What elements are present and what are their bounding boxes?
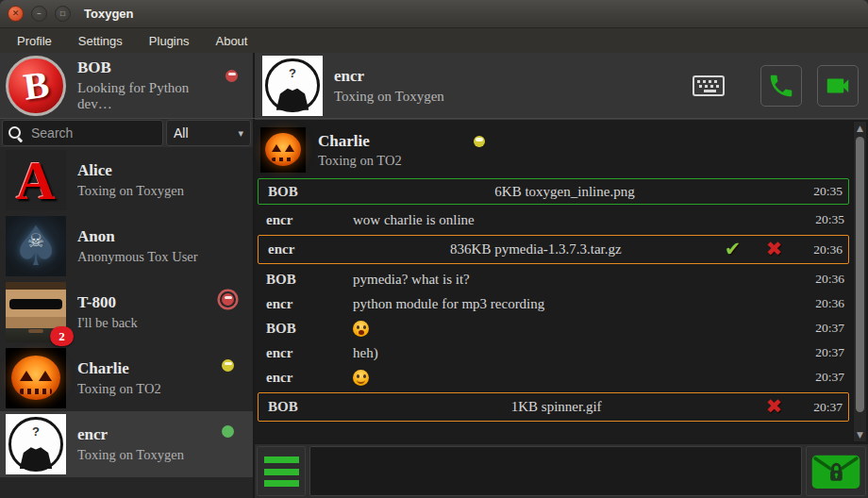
message-body: 6KB toxygen_inline.png [355, 184, 775, 200]
search-icon [8, 125, 24, 141]
contact-list: Alice Toxing on Toxygen Anon Ano [0, 147, 253, 498]
emoji-icon [353, 370, 369, 386]
peer-header-status-message: Toxing on Toxygen [334, 89, 444, 105]
message-sender: BOB [268, 184, 355, 200]
accept-file-button[interactable]: ✔ [725, 240, 742, 259]
message-text: python module for mp3 recording [353, 296, 544, 311]
contact-row[interactable]: encr Toxing on Toxygen [0, 411, 253, 477]
self-status-message: Looking for Python dev… [77, 80, 225, 112]
scrollbar-track[interactable] [854, 135, 866, 428]
message-sender: encr [266, 212, 353, 228]
message-row: encr wow charlie is online 20:35 [257, 208, 850, 232]
message-row: encr python module for mp3 recording 20:… [257, 291, 850, 316]
message-text: wow charlie is online [353, 212, 475, 227]
message-history: Charlie Toxing on TO2 BOB 6K [255, 119, 868, 443]
search-box[interactable] [2, 120, 163, 146]
keyboard-icon [693, 75, 725, 96]
cancel-file-button[interactable]: ✖ [765, 397, 782, 417]
message-sender: BOB [266, 272, 353, 288]
contact-status-message: Toxing on Toxygen [77, 447, 222, 463]
contact-status-icon [222, 425, 234, 438]
message-row: BOB pymedia? what is it? 20:36 [257, 267, 850, 291]
message-row: BOB 1KB spinner.gif ✖ 20:37 [258, 392, 849, 422]
message-row: encr 20:37 [257, 365, 850, 390]
contact-row[interactable]: Anon Anonymous Tox User [0, 213, 253, 279]
scroll-down-arrow-icon[interactable]: ▼ [854, 428, 866, 441]
message-sender: encr [266, 345, 353, 361]
message-text: 6KB toxygen_inline.png [494, 184, 634, 199]
message-body: heh) [353, 345, 776, 361]
toxygen-window: ✕ − □ Toxygen Profile Settings Plugins A… [0, 0, 868, 498]
message-sender: encr [268, 241, 355, 257]
contact-avatar [6, 348, 66, 408]
search-row: All ▾ [0, 119, 253, 147]
self-name: BOB [77, 58, 225, 77]
chat-peer-avatar [260, 127, 306, 173]
contact-filter-dropdown[interactable]: All ▾ [166, 120, 251, 146]
scroll-up-arrow-icon[interactable]: ▲ [854, 122, 866, 135]
unread-badge: 2 [50, 326, 74, 346]
chat-panel: Charlie Toxing on TO2 BOB 6K [255, 119, 868, 498]
main: All ▾ Alice Toxing on Toxygen [0, 119, 868, 498]
menubar: Profile Settings Plugins About [0, 28, 868, 53]
scrollbar-thumb[interactable] [856, 137, 864, 412]
contact-avatar: 2 [6, 282, 66, 342]
message-text: pymedia? what is it? [353, 272, 470, 287]
peer-header-avatar [262, 56, 323, 116]
audio-call-button[interactable] [760, 65, 802, 107]
hamburger-icon [264, 456, 299, 487]
message-text: 836KB pymedia-1.3.7.3.tar.gz [450, 241, 622, 257]
titlebar: ✕ − □ Toxygen [0, 0, 868, 28]
message-input[interactable] [309, 446, 802, 496]
self-avatar[interactable] [6, 56, 66, 116]
peer-header: encr Toxing on Toxygen [255, 53, 868, 118]
window-minimize-button[interactable]: − [31, 6, 47, 22]
chat-peer-item: Charlie Toxing on TO2 [257, 124, 850, 175]
contact-status-message: Toxing on TO2 [77, 381, 222, 397]
message-time: 20:37 [799, 321, 844, 336]
contact-name: Charlie [77, 359, 222, 378]
contact-name: Anon [77, 227, 247, 246]
message-sender: encr [266, 370, 353, 386]
message-text: 1KB spinner.gif [511, 399, 602, 414]
filter-value: All [174, 125, 189, 141]
message-time: 20:35 [797, 184, 843, 199]
contact-name: Alice [77, 161, 247, 180]
contact-row[interactable]: Charlie Toxing on TO2 [0, 345, 253, 411]
contact-status-message: Anonymous Tox User [77, 249, 247, 265]
message-row: BOB 20:37 [257, 316, 850, 340]
header: BOB Looking for Python dev… encr Toxing … [0, 53, 868, 119]
self-profile[interactable]: BOB Looking for Python dev… [0, 53, 255, 118]
contact-name: encr [77, 425, 222, 444]
composer [255, 443, 868, 498]
menu-item[interactable]: Settings [65, 30, 136, 52]
menu-item[interactable]: About [202, 30, 260, 52]
search-input[interactable] [29, 124, 162, 141]
message-body: wow charlie is online [353, 212, 776, 228]
message-time: 20:36 [799, 296, 844, 311]
contact-row[interactable]: 2 T-800 I'll be back [0, 279, 253, 345]
contact-status-icon [222, 359, 234, 372]
emoji-icon [353, 321, 369, 337]
window-close-button[interactable]: ✕ [8, 6, 24, 22]
message-body: pymedia? what is it? [353, 272, 776, 288]
message-time: 20:36 [797, 242, 843, 257]
contact-row[interactable]: Alice Toxing on Toxygen [0, 147, 253, 213]
cancel-file-button[interactable]: ✖ [765, 240, 782, 259]
video-call-button[interactable] [817, 65, 859, 107]
menu-item[interactable]: Profile [4, 30, 65, 52]
send-message-button[interactable] [806, 446, 866, 496]
file-transfer-actions: ✔ ✖ [725, 240, 782, 259]
message-body: python module for mp3 recording [353, 296, 776, 312]
message-time: 20:37 [799, 345, 844, 360]
contact-avatar [6, 150, 66, 210]
self-status-icon [225, 70, 238, 82]
window-maximize-button[interactable]: □ [55, 6, 71, 22]
message-body [353, 320, 776, 337]
menu-item[interactable]: Plugins [136, 30, 203, 52]
contact-status-message: I'll be back [77, 315, 222, 331]
attachments-menu-button[interactable] [257, 446, 306, 496]
message-row: encr 836KB pymedia-1.3.7.3.tar.gz ✔ ✖ 20… [258, 235, 849, 264]
message-time: 20:35 [799, 212, 844, 227]
message-time: 20:36 [799, 272, 844, 287]
